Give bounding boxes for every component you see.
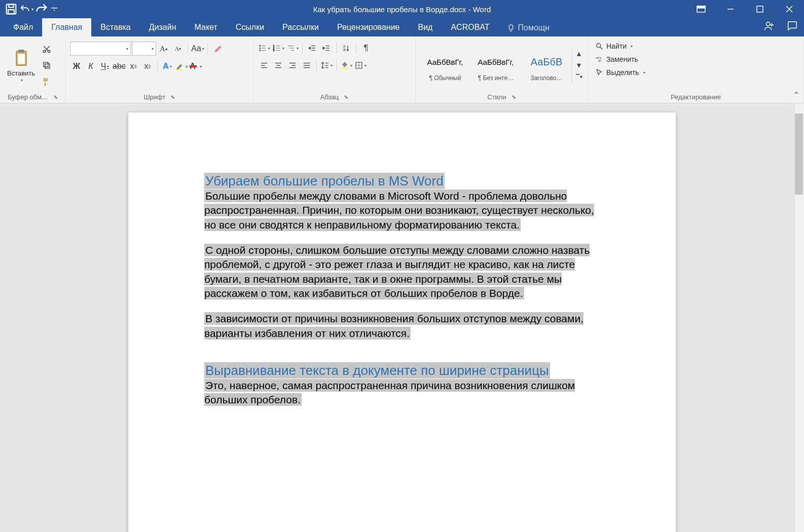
tab-insert[interactable]: Вставка	[91, 18, 139, 36]
svg-text:Я: Я	[343, 48, 346, 52]
font-launcher-icon[interactable]: ⬊	[170, 94, 175, 100]
shrink-font-icon[interactable]: A▾	[171, 42, 185, 55]
share-icon[interactable]	[763, 20, 775, 33]
svg-text:ac: ac	[598, 59, 601, 62]
numbering-icon[interactable]: 123▾	[272, 42, 285, 55]
tab-home[interactable]: Главная	[42, 18, 91, 36]
tab-mailings[interactable]: Рассылки	[273, 18, 328, 36]
tab-view[interactable]: Вид	[409, 18, 442, 36]
format-painter-icon[interactable]	[40, 75, 53, 88]
svg-line-66	[600, 47, 602, 49]
select-button[interactable]: Выделить▾	[592, 67, 648, 78]
paste-button[interactable]: Вставить ▾	[4, 48, 38, 83]
redo-icon[interactable]	[34, 2, 49, 16]
copy-icon[interactable]	[40, 59, 53, 72]
lightbulb-icon	[507, 24, 515, 32]
italic-button[interactable]: К	[84, 60, 97, 73]
font-color-icon[interactable]: A▾	[189, 60, 202, 73]
group-editing: Найти▾ abac Заменить Выделить▾ Редактиро…	[588, 36, 804, 103]
shading-icon[interactable]: ▾	[340, 59, 353, 72]
text-effects-icon[interactable]: A▾	[161, 60, 174, 73]
cut-icon[interactable]	[40, 43, 53, 56]
svg-rect-4	[697, 6, 705, 8]
style-no-spacing[interactable]: АаБбВвГг, ¶ Без инте…	[470, 48, 521, 83]
justify-icon[interactable]	[300, 59, 313, 72]
align-left-icon[interactable]	[258, 59, 271, 72]
superscript-button[interactable]: x2	[141, 60, 154, 73]
paragraph[interactable]: В зависимости от причины возникновения б…	[204, 312, 583, 339]
search-icon	[595, 42, 603, 50]
replace-button[interactable]: abac Заменить	[592, 54, 641, 65]
tab-design[interactable]: Дизайн	[140, 18, 186, 36]
group-clipboard: Вставить ▾ Буфер обм…⬊	[0, 36, 66, 103]
paragraph[interactable]: Это, наверное, самая распространенная пр…	[204, 379, 575, 406]
paragraph[interactable]: Большие пробелы между словами в Microsof…	[204, 189, 594, 231]
minimize-button[interactable]	[716, 0, 745, 18]
heading-1[interactable]: Убираем большие пробелы в MS Word	[204, 173, 445, 189]
align-center-icon[interactable]	[272, 59, 285, 72]
title-bar: ▾ Как убрать большие пробелы в Ворде.doc…	[0, 0, 804, 18]
highlight-icon[interactable]: ▾	[175, 60, 188, 73]
tab-layout[interactable]: Макет	[186, 18, 227, 36]
group-styles: АаБбВвГг, ¶ Обычный АаБбВвГг, ¶ Без инте…	[416, 36, 588, 103]
svg-text:3: 3	[273, 49, 275, 52]
window-title: Как убрать большие пробелы в Ворде.docx …	[313, 5, 491, 14]
heading-2[interactable]: Выравнивание текста в документе по ширин…	[204, 362, 550, 378]
tab-acrobat[interactable]: ACROBAT	[442, 18, 498, 36]
document-area[interactable]: Убираем большие пробелы в MS Word Больши…	[0, 103, 804, 532]
undo-icon[interactable]: ▾	[19, 2, 33, 16]
style-heading1[interactable]: АаБбВ Заголово…	[521, 48, 572, 83]
borders-icon[interactable]: ▾	[354, 59, 367, 72]
clear-formatting-icon[interactable]	[211, 42, 224, 55]
svg-rect-6	[757, 6, 763, 12]
paragraph-launcher-icon[interactable]: ⬊	[344, 94, 348, 100]
bullets-icon[interactable]: ▾	[258, 42, 271, 55]
svg-rect-19	[45, 64, 50, 68]
styles-row-up-icon[interactable]: ▴	[572, 48, 586, 59]
style-normal[interactable]: АаБбВвГг, ¶ Обычный	[420, 48, 470, 83]
styles-row-down-icon[interactable]: ▾	[572, 59, 586, 71]
svg-rect-13	[18, 50, 24, 53]
document-page[interactable]: Убираем большие пробелы в MS Word Больши…	[128, 112, 676, 532]
scroll-thumb[interactable]	[795, 113, 803, 195]
window-controls	[686, 0, 804, 18]
svg-rect-14	[17, 54, 24, 64]
styles-launcher-icon[interactable]: ⬊	[511, 94, 516, 100]
styles-gallery[interactable]: АаБбВвГг, ¶ Обычный АаБбВвГг, ¶ Без инте…	[420, 46, 586, 85]
subscript-button[interactable]: x2	[127, 60, 140, 73]
line-spacing-icon[interactable]: ▾	[320, 59, 333, 72]
svg-rect-1	[9, 5, 13, 8]
tab-file[interactable]: Файл	[4, 18, 42, 36]
svg-text:ab: ab	[596, 56, 599, 59]
underline-button[interactable]: Ч▾	[98, 60, 112, 73]
grow-font-icon[interactable]: A▴	[157, 42, 170, 55]
multilevel-list-icon[interactable]: ▾	[286, 42, 299, 55]
sort-icon[interactable]: AЯ	[340, 42, 353, 55]
tab-references[interactable]: Ссылки	[227, 18, 273, 36]
font-size-select[interactable]: ▾	[132, 42, 156, 56]
bold-button[interactable]: Ж	[70, 60, 83, 73]
maximize-button[interactable]	[745, 0, 775, 18]
qat-customize-icon[interactable]	[50, 2, 59, 16]
close-button[interactable]	[775, 0, 804, 18]
change-case-icon[interactable]: Aa▾	[191, 42, 204, 55]
find-button[interactable]: Найти▾	[592, 41, 636, 52]
comments-icon[interactable]	[787, 20, 798, 33]
save-icon[interactable]	[4, 2, 18, 16]
decrease-indent-icon[interactable]	[306, 42, 319, 55]
styles-expand-icon[interactable]: ▔▾	[572, 71, 586, 83]
align-right-icon[interactable]	[286, 59, 299, 72]
tell-me[interactable]: Помощн	[499, 19, 558, 36]
svg-point-27	[260, 50, 261, 51]
svg-point-9	[766, 22, 770, 26]
ribbon-display-options-icon[interactable]	[686, 0, 716, 18]
show-marks-icon[interactable]: ¶	[359, 42, 373, 55]
font-name-select[interactable]: ▾	[70, 42, 131, 56]
strikethrough-button[interactable]: abc	[113, 60, 126, 73]
tab-review[interactable]: Рецензирование	[328, 18, 409, 36]
collapse-ribbon-icon[interactable]: ⌃	[793, 90, 799, 100]
increase-indent-icon[interactable]	[320, 42, 333, 55]
clipboard-launcher-icon[interactable]: ⬊	[53, 94, 58, 100]
paragraph[interactable]: С одной стороны, слишком большие отступы…	[204, 244, 590, 299]
vertical-scrollbar[interactable]	[794, 103, 804, 532]
